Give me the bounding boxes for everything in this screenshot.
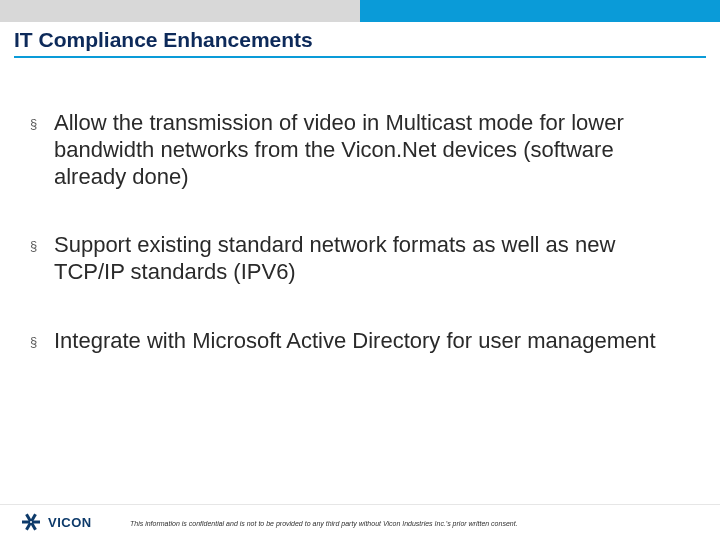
title-underline xyxy=(14,56,706,58)
slide: IT Compliance Enhancements § Allow the t… xyxy=(0,0,720,540)
square-bullet-icon: § xyxy=(30,239,37,252)
bullet-item: § Support existing standard network form… xyxy=(20,232,670,286)
slide-title: IT Compliance Enhancements xyxy=(14,28,313,52)
top-accent-blue xyxy=(360,0,720,22)
bullet-item: § Integrate with Microsoft Active Direct… xyxy=(20,328,670,355)
logo-asterisk-icon xyxy=(22,512,42,532)
logo-text: VICON xyxy=(48,515,92,530)
footer: VICON This information is confidential a… xyxy=(0,504,720,540)
square-bullet-icon: § xyxy=(30,117,37,130)
bullet-text: Allow the transmission of video in Multi… xyxy=(54,110,624,189)
bullet-text: Support existing standard network format… xyxy=(54,232,615,284)
confidentiality-disclaimer: This information is confidential and is … xyxy=(130,520,690,527)
square-bullet-icon: § xyxy=(30,335,37,348)
body-content: § Allow the transmission of video in Mul… xyxy=(20,110,670,397)
top-accent-bar xyxy=(0,0,720,22)
bullet-text: Integrate with Microsoft Active Director… xyxy=(54,328,656,353)
top-accent-gray xyxy=(0,0,360,22)
logo: VICON xyxy=(22,512,92,532)
bullet-item: § Allow the transmission of video in Mul… xyxy=(20,110,670,190)
